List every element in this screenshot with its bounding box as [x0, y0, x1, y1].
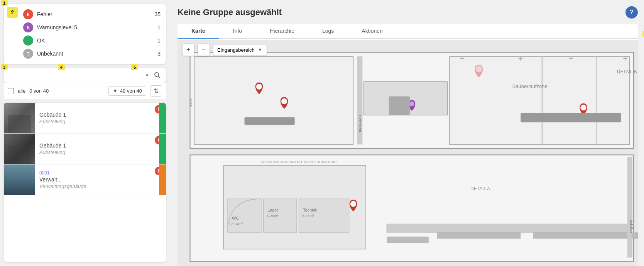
annotation-5: 5: [131, 64, 138, 70]
sauberlaufzone-label: Sauberlaufzone: [512, 83, 548, 89]
tab-logs[interactable]: Logs: [308, 24, 348, 39]
svg-text:Lager: Lager: [267, 208, 278, 212]
list-item[interactable]: Gebäude 1 Ausstellung 6: [4, 103, 166, 134]
status-card: 1 ⇧ 6 Fehler 35 5 Warnungslevel 5 1: [4, 4, 166, 64]
zoom-out-button[interactable]: −: [198, 44, 210, 56]
svg-text:FRONTVERGLASUNG MIT TASCHENLAG: FRONTVERGLASUNG MIT TASCHENLAGER MIT: [261, 160, 337, 164]
svg-point-0: [155, 73, 159, 76]
svg-text:2.24m²: 2.24m²: [231, 222, 243, 226]
floor-plan-svg: Sichtbahn WC 2.24m² Lager 5.26m² Technik: [177, 39, 638, 266]
badge-ok: [23, 36, 33, 46]
floor-dropdown[interactable]: Eingangsbereich ▼: [213, 45, 267, 55]
clear-button[interactable]: ×: [144, 71, 150, 80]
annotation-1: 1: [1, 0, 8, 6]
filter-icon: ▼: [113, 88, 118, 94]
search-icon: [154, 72, 161, 78]
sort-button[interactable]: ⇅: [150, 85, 162, 97]
zoom-in-button[interactable]: +: [182, 44, 194, 56]
svg-rect-36: [437, 232, 521, 239]
item-sub-1: Ausstellung: [39, 119, 147, 124]
tab-hierarchie[interactable]: Hierarchie: [256, 24, 308, 39]
svg-point-44: [475, 66, 482, 72]
annotation-3: 3: [1, 64, 8, 70]
tabs-container: Karte Info Hierarchie Logs Aktionen: [177, 24, 638, 39]
item-name-2: Gebäude 1: [39, 142, 147, 149]
svg-rect-49: [245, 117, 295, 125]
count-fehler: 35: [153, 11, 161, 17]
selection-count: 0 von 40: [29, 88, 49, 94]
filter-bar: ×: [4, 68, 166, 83]
tab-karte[interactable]: Karte: [177, 24, 219, 39]
svg-point-43: [281, 98, 287, 104]
map-container: + − Eingangsbereich ▼: [177, 39, 638, 266]
svg-point-42: [256, 84, 262, 90]
svg-text:8.28m²: 8.28m²: [302, 213, 314, 218]
svg-rect-34: [387, 224, 629, 232]
right-panel: Keine Gruppe ausgewählt ? Karte Info Hie…: [170, 0, 644, 266]
item-badge-3: 6: [152, 164, 166, 195]
label-unknown: Unbekannt: [37, 51, 149, 57]
item-badge-2: 6: [152, 134, 166, 164]
status-row-warning: 5 Warnungslevel 5 1: [23, 21, 161, 34]
item-status-bar-2: [159, 134, 166, 164]
page-title: Keine Gruppe ausgewählt: [177, 7, 282, 17]
select-all-checkbox[interactable]: [8, 88, 14, 94]
item-info-2: Gebäude 1 Ausstellung: [35, 134, 152, 164]
svg-text:DETAIL B: DETAIL B: [617, 69, 637, 75]
svg-rect-9: [596, 56, 597, 144]
tab-aktionen[interactable]: Aktionen: [348, 24, 396, 39]
svg-rect-35: [387, 237, 428, 243]
label-warning: Warnungslevel 5: [37, 24, 149, 30]
search-input[interactable]: [8, 73, 142, 78]
svg-text:5.26m²: 5.26m²: [267, 213, 279, 218]
item-name-3: Verwalt...: [39, 176, 147, 183]
svg-rect-38: [627, 157, 632, 258]
count-ok: 1: [153, 37, 161, 44]
svg-text:1600: 1600: [188, 98, 193, 107]
svg-rect-50: [389, 96, 410, 115]
item-sub-3: Verwaltungsgebäude: [39, 183, 147, 189]
svg-line-1: [158, 76, 160, 78]
annotation-4: 4: [58, 64, 65, 70]
map-toolbar: + − Eingangsbereich ▼: [182, 44, 267, 56]
item-name-1: Gebäude 1: [39, 112, 147, 118]
svg-text:Technik: Technik: [303, 208, 317, 212]
selection-row: alle 0 von 40 ▼ 40 von 40 ⇅: [4, 83, 166, 99]
status-row-unknown: ? Unbekannt 3: [23, 47, 161, 60]
item-id-3: 0001: [39, 170, 147, 176]
item-badge-1: 6: [152, 103, 166, 133]
svg-text:Sichtbahn: Sichtbahn: [358, 115, 362, 132]
floor-label: Eingangsbereich: [217, 47, 255, 53]
count-unknown: 3: [153, 51, 161, 57]
item-thumbnail-1: [4, 103, 35, 133]
svg-point-47: [350, 201, 356, 207]
badge-unknown: ?: [23, 49, 33, 59]
help-button[interactable]: ?: [625, 6, 638, 19]
item-info-3: 0001 Verwalt... Verwaltungsgebäude: [35, 164, 152, 195]
filter-count-button[interactable]: ▼ 40 von 40: [108, 86, 146, 96]
svg-rect-4: [194, 56, 353, 144]
left-panel: 1 ⇧ 6 Fehler 35 5 Warnungslevel 5 1: [0, 0, 170, 266]
svg-rect-37: [533, 232, 638, 239]
list-item[interactable]: 0001 Verwalt... Verwaltungsgebäude 6: [4, 164, 166, 195]
dropdown-arrow: ▼: [258, 47, 262, 53]
status-rows: 6 Fehler 35 5 Warnungslevel 5 1 OK 1: [23, 8, 161, 60]
status-row-ok: OK 1: [23, 34, 161, 47]
badge-warning: 5: [23, 22, 33, 32]
item-thumbnail-2: [4, 134, 35, 164]
alle-label: alle: [18, 88, 25, 94]
item-status-bar-1: [159, 103, 166, 133]
item-info-1: Gebäude 1 Ausstellung: [35, 103, 152, 133]
svg-point-46: [580, 105, 586, 110]
svg-point-45: [409, 101, 414, 106]
item-status-bar-3: [159, 164, 166, 195]
label-fehler: Fehler: [37, 11, 149, 17]
search-button[interactable]: [153, 71, 162, 79]
list-scroll[interactable]: Gebäude 1 Ausstellung 6 Gebäude 1 Ausste…: [4, 103, 166, 262]
list-item[interactable]: Gebäude 1 Ausstellung 6: [4, 134, 166, 164]
tab-info[interactable]: Info: [219, 24, 256, 39]
label-ok: OK: [37, 37, 149, 44]
item-sub-2: Ausstellung: [39, 149, 147, 155]
collapse-button[interactable]: ⇧: [7, 7, 18, 18]
list-container: 2 Gebäude 1 Ausstellung 6: [4, 103, 166, 262]
